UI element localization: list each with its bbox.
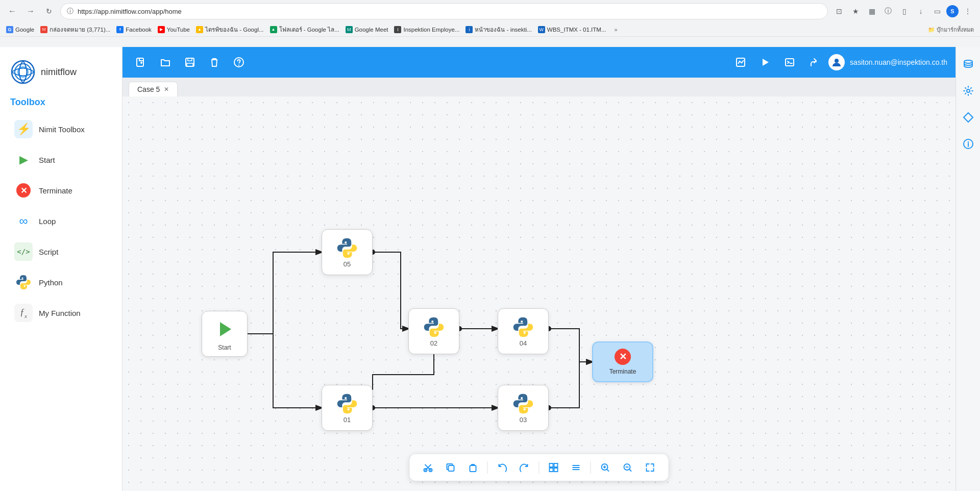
database-button[interactable] bbox=[959, 55, 977, 73]
terminate-label: Terminate bbox=[39, 186, 72, 195]
python-icon bbox=[15, 274, 32, 290]
sidebar: nimitflow Toolbox ⚡ Nimit Toolbox ▶ Star… bbox=[0, 47, 122, 491]
diamond-button[interactable] bbox=[959, 108, 977, 127]
svg-point-1 bbox=[15, 64, 31, 80]
canvas-tab-case5[interactable]: Case 5 ✕ bbox=[129, 82, 178, 96]
sidebar-item-my-function[interactable]: ƒx My Function bbox=[4, 299, 118, 327]
more-bookmarks[interactable]: » bbox=[612, 27, 620, 33]
my-function-fx-icon: ƒx bbox=[20, 307, 27, 319]
zoom-in-button[interactable] bbox=[597, 459, 614, 476]
bookmark-drive[interactable]: ▲ ไดรฟ์ของฉัน - Googl... bbox=[196, 25, 264, 34]
toolbox-title: Toolbox bbox=[0, 95, 122, 114]
new-file-button[interactable] bbox=[131, 52, 151, 72]
open-file-button[interactable] bbox=[155, 52, 176, 72]
terminal-button[interactable] bbox=[779, 52, 800, 72]
refresh-button[interactable]: ↻ bbox=[42, 4, 56, 18]
info-button[interactable]: ⓘ bbox=[881, 4, 895, 18]
node-03[interactable]: 03 bbox=[498, 385, 549, 431]
redo-button[interactable] bbox=[517, 459, 533, 476]
security-icon: ⓘ bbox=[67, 7, 74, 16]
node-04[interactable]: 04 bbox=[498, 308, 549, 354]
copy-button[interactable] bbox=[443, 459, 459, 476]
sidebar-item-nimit-toolbox[interactable]: ⚡ Nimit Toolbox bbox=[4, 115, 118, 143]
bookmark-youtube[interactable]: ▶ YouTube bbox=[158, 26, 190, 33]
node-start[interactable]: Start bbox=[202, 311, 248, 357]
bookmark-gmail[interactable]: M กล่องจดหมาย (3,771)... bbox=[40, 25, 110, 34]
chart-button[interactable] bbox=[730, 52, 751, 72]
extensions-icon[interactable]: ▯ bbox=[897, 4, 912, 18]
forward-button[interactable]: → bbox=[23, 4, 38, 18]
logo-text: nimitflow bbox=[41, 67, 77, 78]
profile-avatar[interactable]: S bbox=[946, 5, 959, 17]
logo-area: nimitflow bbox=[0, 55, 122, 95]
divider-1 bbox=[487, 461, 488, 474]
bookmark-inspektion[interactable]: I Inspektion Employe... bbox=[394, 26, 459, 33]
node-terminate[interactable]: ✕ Terminate bbox=[592, 341, 653, 382]
user-email: sasiton.nuan@inspektion.co.th bbox=[850, 58, 947, 66]
address-text: https://app.nimitflow.com/app/home bbox=[78, 8, 821, 15]
paste-button[interactable] bbox=[465, 459, 481, 476]
node-terminate-label: Terminate bbox=[609, 368, 636, 375]
lightning-icon: ⚡ bbox=[17, 122, 31, 136]
bookmark-folder[interactable]: ▲ โฟลเดอร์ - Google ไล... bbox=[270, 25, 339, 34]
cut-button[interactable] bbox=[420, 459, 436, 476]
reading-mode-icon[interactable]: ▦ bbox=[865, 4, 879, 18]
canvas-tab-label: Case 5 bbox=[137, 85, 160, 93]
screen-share-icon[interactable]: ⊡ bbox=[832, 4, 846, 18]
save-button[interactable] bbox=[180, 52, 200, 72]
loop-label: Loop bbox=[39, 217, 56, 226]
menu-icon[interactable]: ⋮ bbox=[961, 4, 975, 18]
script-code-icon: </> bbox=[17, 248, 30, 256]
bookmark-wbs[interactable]: W WBS_ITMX - 01.ITM... bbox=[538, 26, 606, 33]
svg-rect-24 bbox=[550, 463, 553, 467]
svg-rect-23 bbox=[470, 465, 476, 472]
canvas-tab-close-button[interactable]: ✕ bbox=[164, 86, 169, 93]
svg-point-33 bbox=[964, 60, 972, 63]
bookmark-insekti[interactable]: i หน้าของฉัน - insekti... bbox=[465, 25, 531, 34]
bookmark-meet[interactable]: M Google Meet bbox=[346, 26, 388, 33]
top-toolbar: sasiton.nuan@inspektion.co.th bbox=[122, 47, 955, 78]
svg-rect-5 bbox=[188, 58, 192, 61]
fit-button[interactable] bbox=[642, 459, 658, 476]
bookmark-folder-icon[interactable]: 📁 บุ๊กมาร์กทั้งหมด bbox=[928, 25, 974, 34]
nimit-toolbox-label: Nimit Toolbox bbox=[39, 125, 85, 134]
share-button[interactable] bbox=[804, 52, 824, 72]
script-label: Script bbox=[39, 248, 58, 256]
node-01[interactable]: 01 bbox=[322, 385, 373, 431]
user-info: sasiton.nuan@inspektion.co.th bbox=[828, 54, 947, 70]
undo-button[interactable] bbox=[494, 459, 510, 476]
settings-button[interactable] bbox=[959, 82, 977, 100]
terminate-icon: ✕ bbox=[615, 349, 631, 365]
python-icon-05 bbox=[336, 237, 358, 259]
node-02[interactable]: 02 bbox=[408, 308, 459, 354]
delete-button[interactable] bbox=[204, 52, 225, 72]
back-button[interactable]: ← bbox=[5, 4, 19, 18]
node-03-id: 03 bbox=[520, 416, 527, 424]
python-label: Python bbox=[39, 278, 63, 287]
bookmark-facebook[interactable]: f Facebook bbox=[116, 26, 152, 33]
help-button[interactable] bbox=[229, 52, 249, 72]
right-panel bbox=[955, 47, 980, 491]
grid-button[interactable] bbox=[546, 459, 562, 476]
sidebar-item-terminate[interactable]: ✕ Terminate bbox=[4, 176, 118, 205]
bookmark-google[interactable]: G Google bbox=[6, 26, 34, 33]
align-button[interactable] bbox=[568, 459, 584, 476]
svg-point-34 bbox=[967, 89, 970, 92]
run-button[interactable] bbox=[755, 52, 775, 72]
node-05[interactable]: 05 bbox=[322, 229, 373, 275]
node-05-id: 05 bbox=[344, 260, 351, 268]
bookmark-star-icon[interactable]: ★ bbox=[848, 4, 863, 18]
user-avatar-icon bbox=[828, 54, 845, 70]
tablet-icon[interactable]: ▭ bbox=[930, 4, 944, 18]
canvas-tabs: Case 5 ✕ bbox=[122, 78, 955, 96]
zoom-out-button[interactable] bbox=[620, 459, 636, 476]
sidebar-item-script[interactable]: </> Script bbox=[4, 237, 118, 266]
download-icon[interactable]: ↓ bbox=[914, 4, 928, 18]
sidebar-item-python[interactable]: Python bbox=[4, 268, 118, 297]
address-bar[interactable]: ⓘ https://app.nimitflow.com/app/home bbox=[60, 3, 828, 19]
python-icon-03 bbox=[512, 392, 534, 415]
flow-canvas[interactable]: Start 05 02 bbox=[122, 96, 955, 491]
sidebar-item-loop[interactable]: ∞ Loop bbox=[4, 207, 118, 235]
sidebar-item-start[interactable]: ▶ Start bbox=[4, 145, 118, 174]
info-button-right[interactable] bbox=[959, 135, 977, 153]
